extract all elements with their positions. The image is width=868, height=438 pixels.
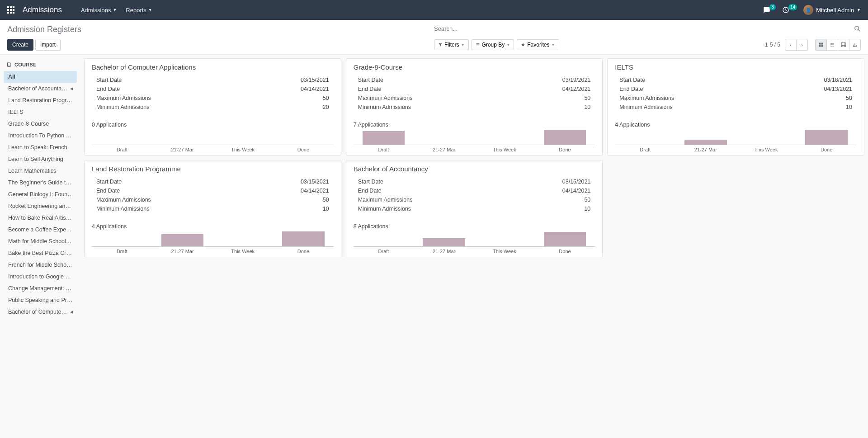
pager-prev-button[interactable]: ‹: [785, 39, 797, 51]
mini-bar: [684, 140, 727, 145]
sidebar-item-label: Public Speaking and Present…: [8, 296, 73, 304]
svg-rect-9: [821, 45, 823, 47]
sidebar-item-label: Learn to Sell Anything: [8, 155, 63, 163]
kanban-card[interactable]: Grade-8-CourseStart Date03/19/2021End Da…: [346, 58, 603, 155]
field-label: End Date: [358, 85, 382, 94]
sidebar-item[interactable]: Grade-8-Course: [4, 118, 77, 130]
apps-icon[interactable]: [7, 6, 14, 14]
mini-xlabel: Done: [796, 145, 857, 153]
view-pivot-button[interactable]: [838, 39, 849, 51]
group-by-label: Group By: [482, 42, 505, 48]
mini-bar-wrap: [354, 130, 414, 145]
sidebar-item[interactable]: General Biology I: Foundatio…: [4, 188, 77, 200]
mini-bar-wrap: [474, 231, 535, 246]
filters-label: Filters: [444, 42, 459, 48]
messages-button[interactable]: 3: [763, 6, 776, 14]
kanban-card[interactable]: Land Restoration ProgrammeStart Date03/1…: [84, 160, 341, 257]
mini-xlabel: Draft: [354, 247, 414, 255]
kanban-card[interactable]: IELTSStart Date03/18/2021End Date04/13/2…: [607, 58, 864, 155]
svg-rect-7: [821, 43, 823, 45]
sidebar-item[interactable]: Introduction To Python Progr…: [4, 130, 77, 141]
sidebar-item[interactable]: Learn Mathematics: [4, 165, 77, 177]
group-by-button[interactable]: Group By ▼: [472, 39, 514, 50]
card-body: Start Date03/15/2021End Date04/14/2021Ma…: [92, 177, 334, 213]
card-field-row: End Date04/12/2021: [358, 85, 591, 94]
filters-button[interactable]: Filters ▼: [434, 39, 469, 50]
field-value: 04/14/2021: [301, 85, 329, 94]
nav-menu-admissions[interactable]: Admissions ▼: [81, 7, 117, 14]
kanban-card[interactable]: Bachelor of Computer ApplicationsStart D…: [84, 58, 341, 155]
field-label: Minimum Admissions: [96, 204, 149, 213]
mini-bar-wrap: [273, 231, 334, 246]
activities-button[interactable]: 14: [782, 6, 797, 14]
caret-down-icon: ▼: [113, 8, 117, 12]
view-switcher: [815, 39, 861, 51]
chevron-left-icon: ◀: [70, 85, 73, 93]
pager-text[interactable]: 1-5 / 5: [765, 42, 780, 48]
kanban-icon: [818, 42, 824, 47]
sidebar-item[interactable]: Change Management: Real …: [4, 283, 77, 294]
svg-line-2: [858, 29, 860, 31]
pager-next-button[interactable]: ›: [796, 39, 808, 51]
mini-bar-wrap: [796, 130, 857, 145]
view-graph-button[interactable]: [849, 39, 861, 51]
sidebar-item[interactable]: How to Bake Real Artisan Br…: [4, 212, 77, 224]
sidebar-item[interactable]: Land Restoration Programme: [4, 94, 77, 106]
field-label: End Date: [96, 186, 120, 195]
view-list-button[interactable]: [826, 39, 838, 51]
sidebar-item[interactable]: French for Middle Schoolers: [4, 259, 77, 271]
caret-down-icon: ▼: [506, 43, 510, 47]
sidebar-item[interactable]: The Beginner's Guide to Veg…: [4, 177, 77, 188]
brand-title[interactable]: Admissions: [23, 5, 62, 14]
sidebar-item[interactable]: Rocket Engineering and Inte…: [4, 200, 77, 212]
sidebar-item[interactable]: Public Speaking and Present…: [4, 294, 77, 306]
mini-xaxis: Draft21-27 MarThis WeekDone: [92, 247, 334, 255]
sidebar-item-label: Learn Mathematics: [8, 167, 56, 175]
mini-xlabel: 21-27 Mar: [675, 145, 736, 153]
mini-bar: [161, 234, 204, 246]
sidebar-item[interactable]: IELTS: [4, 106, 77, 118]
create-button[interactable]: Create: [7, 39, 33, 51]
sidebar-item[interactable]: Bachelor of Accountancy◀: [4, 83, 77, 94]
sidebar-item-label: Bachelor of Accountancy: [8, 85, 68, 93]
sidebar-item-label: General Biology I: Foundatio…: [8, 190, 73, 198]
card-body: Start Date03/15/2021End Date04/14/2021Ma…: [92, 75, 334, 112]
sidebar-item-label: French for Middle Schoolers: [8, 261, 73, 269]
applications-count: 7 Applications: [354, 122, 595, 128]
field-value: 03/15/2021: [301, 177, 329, 186]
pivot-icon: [841, 42, 846, 47]
list-icon: [830, 42, 835, 47]
user-menu[interactable]: 👤 Mitchell Admin ▼: [803, 5, 861, 15]
navbar: Admissions Admissions ▼ Reports ▼ 3 14 👤…: [0, 0, 868, 20]
sidebar-item[interactable]: Learn to Speak: French: [4, 141, 77, 153]
sidebar-item[interactable]: Bake the Best Pizza Crust: [4, 247, 77, 259]
mini-xlabel: Draft: [92, 247, 152, 255]
sidebar-item-label: The Beginner's Guide to Veg…: [8, 179, 73, 187]
nav-menu-reports[interactable]: Reports ▼: [126, 7, 152, 14]
sidebar-header[interactable]: COURSE: [4, 60, 77, 69]
breadcrumb-wrap: Admission Registers: [7, 24, 434, 35]
sidebar-item-label: Introduction To Python Progr…: [8, 132, 73, 140]
sidebar-item[interactable]: Introduction to Google Sheets: [4, 271, 77, 283]
sidebar-item[interactable]: Math for Middle Schoolers: S…: [4, 235, 77, 247]
import-button[interactable]: Import: [35, 39, 61, 51]
book-icon: [6, 62, 12, 67]
favorites-button[interactable]: Favorites ▼: [517, 39, 559, 50]
sidebar-item[interactable]: Bachelor of Computer Ap…◀: [4, 306, 77, 318]
mini-xlabel: This Week: [474, 247, 535, 255]
view-kanban-button[interactable]: [815, 39, 827, 51]
sidebar-item-label: Land Restoration Programme: [8, 96, 73, 104]
bar-chart-icon: [852, 42, 858, 47]
mini-bar-wrap: [736, 130, 797, 145]
field-value: 50: [584, 94, 590, 103]
kanban-card[interactable]: Bachelor of AccountancyStart Date03/15/2…: [346, 160, 603, 257]
sidebar-item[interactable]: Learn to Sell Anything: [4, 153, 77, 165]
mini-bar: [544, 130, 586, 145]
mini-bar-wrap: [535, 130, 595, 145]
mini-bar-chart: [354, 231, 595, 247]
sidebar-item[interactable]: Become a Coffee Expert: Ho…: [4, 224, 77, 235]
field-label: Maximum Admissions: [96, 195, 151, 204]
search-input[interactable]: [434, 24, 854, 34]
sidebar-item[interactable]: All: [4, 71, 77, 83]
search-button[interactable]: [854, 25, 861, 32]
